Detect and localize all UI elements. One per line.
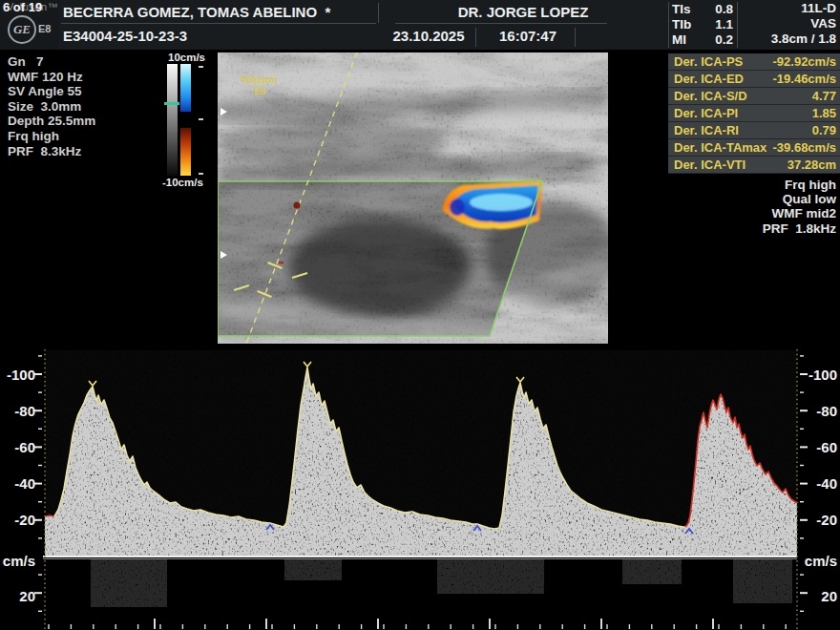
brand-cell: Voluson™ 6 of 19 GE E8 [0, 0, 59, 50]
image-counter: 6 of 19 [3, 0, 42, 14]
param-frq-doppler: Frq high [668, 178, 836, 192]
below-baseline-noise [622, 559, 682, 584]
bmode-image: Voluson E8 [218, 52, 608, 344]
param-prf: PRF 8.3kHz [8, 144, 95, 159]
below-baseline-noise [284, 559, 342, 580]
depth-tick [199, 66, 203, 68]
axis-tick-label: -100 [808, 367, 837, 383]
spectrum-fill [45, 515, 54, 556]
velocity-axis-right: -100 -80 -60 -40 -20 cm/s 20 [804, 346, 838, 630]
measurement-row: Der. ICA-PS -92.92cm/s [668, 53, 840, 70]
depth-tick [199, 173, 203, 175]
ti-row: TIb 1.1 [672, 16, 733, 32]
measurement-row: Der. ICA-TAmax -39.68cm/s [668, 139, 840, 156]
divider [395, 23, 607, 24]
param-wmf: WMF 120 Hz [8, 70, 95, 85]
cursor-red-dot [294, 202, 301, 209]
velocity-axis-left: -100 -80 -60 -40 -20 cm/s 20 [0, 346, 38, 630]
color-bar-toward [180, 64, 191, 112]
application-preset: VAS [741, 16, 836, 32]
axis-tick-label: -20 [816, 512, 837, 528]
axis-unit-label: cm/s [3, 553, 35, 569]
measurement-value: 1.85 [812, 106, 836, 120]
image-watermark-line1: Voluson [241, 74, 278, 85]
divider [61, 23, 376, 24]
ti-row: MI 0.2 [672, 32, 733, 47]
divider [475, 28, 476, 47]
divider [737, 2, 738, 48]
axis-unit-label: cm/s [805, 553, 837, 569]
ti-value: 1.1 [715, 17, 733, 32]
ti-label: TIb [672, 17, 691, 32]
exam-id: E34004-25-10-23-3 [63, 28, 187, 44]
ti-row: TIs 0.8 [672, 1, 733, 16]
param-prf-doppler: PRF 1.8kHz [668, 221, 836, 236]
measurement-value: -19.46cm/s [773, 72, 837, 86]
measurement-label: Der. ICA-TAmax [674, 140, 766, 155]
axis-tick-label: 20 [19, 588, 35, 604]
ti-label: MI [672, 32, 686, 47]
ultrasound-screen: Voluson™ 6 of 19 GE E8 BECERRA GOMEZ, TO… [0, 0, 840, 630]
ti-value: 0.8 [715, 2, 733, 16]
below-baseline-noise [733, 559, 792, 603]
measurement-results-panel: Der. ICA-PS -92.92cm/s Der. ICA-ED -19.4… [668, 53, 840, 174]
axis-tick-label: -80 [14, 403, 35, 419]
axis-tick-label: -40 [14, 475, 35, 492]
below-baseline-noise [91, 559, 167, 607]
ti-value: 0.2 [715, 32, 733, 47]
measurement-value: 37.28cm [788, 158, 836, 172]
gray-scale-bar [167, 64, 178, 176]
bmode-tissue-texture [218, 52, 608, 344]
param-sv-angle: SV Angle 55 [8, 84, 95, 99]
exam-time: 16:07:47 [481, 28, 575, 44]
divider [378, 3, 379, 23]
probe-block: 11L-D VAS 3.8cm / 1.8 [741, 1, 836, 49]
axis-tick-label: -60 [14, 439, 35, 455]
measurement-value: -39.68cm/s [773, 140, 837, 155]
axis-tick-label: -100 [7, 367, 35, 383]
image-watermark-line2: E8 [254, 86, 266, 96]
param-gain: Gn 7 [8, 54, 95, 70]
measurement-row: Der. ICA-RI 0.79 [668, 122, 840, 138]
axis-tick-label: 20 [821, 588, 837, 604]
below-baseline-noise [437, 559, 544, 594]
header-bar: Voluson™ 6 of 19 GE E8 BECERRA GOMEZ, TO… [0, 0, 840, 50]
probe-name: 11L-D [741, 1, 836, 16]
depth-tick [199, 118, 203, 120]
param-depth: Depth 25.5mm [8, 114, 95, 129]
axis-tick-label: -20 [14, 512, 35, 528]
measurement-label: Der. ICA-RI [674, 123, 739, 137]
measurement-row: Der. ICA-PI 1.85 [668, 105, 840, 121]
color-flow-bar [180, 64, 191, 176]
measurement-value: -92.92cm/s [773, 54, 837, 69]
measurement-label: Der. ICA-PI [674, 106, 738, 120]
measurement-label: Der. ICA-ED [674, 72, 744, 86]
red-tick [279, 262, 284, 264]
measurement-label: Der. ICA-S/D [674, 89, 747, 103]
axis-tick-label: -80 [816, 403, 837, 419]
measurement-label: Der. ICA-VTI [674, 158, 746, 172]
measurement-row: Der. ICA-VTI 37.28cm [668, 157, 840, 173]
gray-bar-marker [164, 102, 179, 105]
divider [668, 2, 669, 48]
axis-tick-label: -40 [816, 475, 837, 492]
doppler-parameters: Frq high Qual low WMF mid2 PRF 1.8kHz [668, 178, 836, 236]
divider [575, 28, 576, 47]
color-bar-away [180, 128, 191, 176]
measurement-value: 0.79 [812, 123, 836, 137]
physician-name: DR. JORGE LOPEZ [380, 4, 666, 20]
measurement-row: Der. ICA-S/D 4.77 [668, 88, 840, 104]
bmode-parameters: Gn 7 WMF 120 Hz SV Angle 55 Size 3.0mm D… [8, 54, 95, 158]
color-scale-max: 10cm/s [168, 52, 205, 63]
exam-date: 23.10.2025 [382, 28, 475, 44]
param-frq: Frq high [8, 129, 95, 144]
ge-logo-icon: GE [8, 15, 36, 44]
patient-name: BECERRA GOMEZ, TOMAS ABELINO * [63, 4, 330, 20]
param-sv-size: Size 3.0mm [8, 99, 95, 115]
axis-tick-label: -60 [816, 439, 837, 455]
color-scale-min: -10cm/s [162, 177, 203, 188]
thermal-index-block: TIs 0.8 TIb 1.1 MI 0.2 [672, 1, 733, 49]
depth-frequency: 3.8cm / 1.8 [741, 32, 836, 47]
ti-label: TIs [672, 2, 691, 16]
measurement-row: Der. ICA-ED -19.46cm/s [668, 71, 840, 87]
